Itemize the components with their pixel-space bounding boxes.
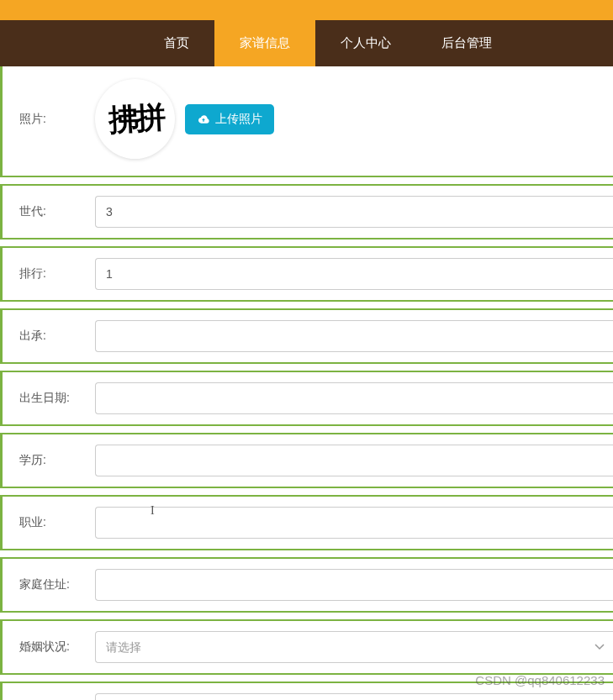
- avatar-text: 拂拼: [107, 97, 162, 140]
- rank-row: 排行:: [0, 246, 613, 302]
- upload-photo-button[interactable]: 上传照片: [185, 104, 274, 134]
- address-input[interactable]: [95, 569, 613, 601]
- marriage-row: 婚姻状况: 请选择: [0, 619, 613, 675]
- chucheng-label: 出承:: [19, 329, 82, 344]
- marriage-select[interactable]: 请选择: [95, 631, 613, 663]
- chucheng-row: 出承:: [0, 308, 613, 364]
- address-row: 家庭住址:: [0, 557, 613, 613]
- upload-button-label: 上传照片: [215, 112, 262, 127]
- chucheng-input[interactable]: [95, 320, 613, 352]
- rank-label: 排行:: [19, 266, 82, 282]
- occupation-row: 职业:: [0, 495, 613, 550]
- spouse-input[interactable]: [95, 693, 613, 700]
- photo-label: 照片:: [19, 112, 82, 127]
- nav-genealogy[interactable]: 家谱信息: [214, 20, 315, 66]
- birthdate-row: 出生日期:: [0, 371, 613, 426]
- photo-row: 照片: 拂拼 上传照片: [0, 66, 613, 177]
- generation-input[interactable]: [95, 196, 613, 228]
- birthdate-input[interactable]: [95, 382, 613, 414]
- rank-input[interactable]: [95, 258, 613, 290]
- nav-home[interactable]: 首页: [139, 20, 214, 66]
- generation-row: 世代:: [0, 184, 613, 239]
- marriage-label: 婚姻状况:: [19, 639, 82, 655]
- form-container: 照片: 拂拼 上传照片 世代: 排行: 出承: 出生日期: 学历: 职业:: [0, 66, 613, 700]
- birthdate-label: 出生日期:: [19, 391, 82, 406]
- nav-personal-center[interactable]: 个人中心: [315, 20, 416, 66]
- education-row: 学历:: [0, 433, 613, 488]
- address-label: 家庭住址:: [19, 577, 82, 592]
- top-accent-bar: [0, 0, 613, 20]
- nav-admin[interactable]: 后台管理: [416, 20, 517, 66]
- occupation-label: 职业:: [19, 515, 82, 530]
- occupation-input[interactable]: [95, 507, 613, 539]
- generation-label: 世代:: [19, 204, 82, 219]
- education-input[interactable]: [95, 445, 613, 476]
- cloud-upload-icon: [197, 114, 210, 124]
- education-label: 学历:: [19, 453, 82, 468]
- avatar: 拂拼: [95, 79, 175, 159]
- main-navigation: 首页 家谱信息 个人中心 后台管理: [0, 20, 613, 66]
- spouse-row: 配偶:: [0, 682, 613, 700]
